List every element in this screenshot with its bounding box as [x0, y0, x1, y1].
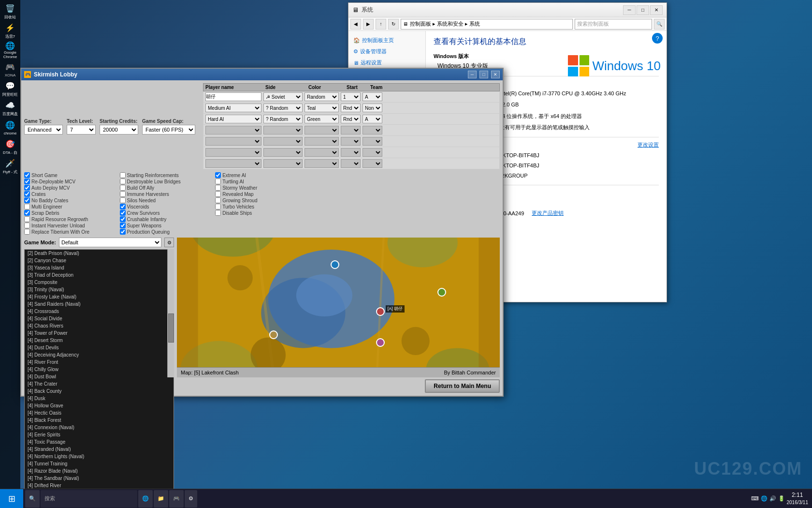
player3-side-select[interactable]: [263, 126, 303, 134]
device-manager-link[interactable]: ⚙ 设备管理器: [350, 46, 423, 57]
map-list-item-14[interactable]: [4] Deceiving Adjacency: [25, 351, 174, 359]
sidebar-item-thunder[interactable]: ⚡ 迅雷7: [1, 21, 19, 40]
taskbar-item-chrome[interactable]: 🌐: [138, 490, 153, 508]
player4-side-select[interactable]: [263, 137, 303, 146]
cp-home-link[interactable]: 🏠 控制面板主页: [350, 35, 423, 46]
player1-start-select[interactable]: Rndm: [341, 104, 361, 112]
return-to-menu-btn[interactable]: Return to Main Menu: [425, 379, 500, 393]
map-list-item-11[interactable]: [4] Tower of Power: [25, 329, 174, 337]
map-list-item-9[interactable]: [4] Social Divide: [25, 315, 174, 322]
player6-team-select[interactable]: [362, 159, 382, 168]
map-list-item-16[interactable]: [4] Chilly Glow: [25, 366, 174, 373]
map-list-item-29[interactable]: [4] Tunnel Training: [25, 460, 174, 467]
starting-credits-select[interactable]: 20000 10000 50000: [100, 125, 138, 134]
cb-redeployable-mcv-input[interactable]: [24, 179, 30, 184]
map-list[interactable]: [2] Death Prison (Naval)[2] Canyon Chase…: [24, 249, 174, 508]
map-list-scrollbar[interactable]: [167, 249, 174, 377]
cb-short-game-input[interactable]: [24, 172, 30, 178]
map-settings-btn[interactable]: ⚙: [164, 238, 174, 247]
skirmish-minimize-btn[interactable]: ─: [468, 71, 477, 78]
player1-name-select[interactable]: Medium AI: [205, 104, 261, 112]
sidebar-item-recycle[interactable]: 🗑️ 回收站: [1, 2, 19, 20]
change-key-link[interactable]: 更改产品密钥: [532, 209, 564, 217]
cb-disable-ships-input[interactable]: [215, 210, 221, 216]
cb-stormy-weather-input[interactable]: [215, 185, 221, 191]
scrollbar-thumb[interactable]: [168, 314, 174, 343]
cb-build-off-ally-input[interactable]: [120, 185, 126, 191]
skirmish-maximize-btn[interactable]: □: [479, 71, 488, 78]
remote-settings-link[interactable]: 🖥 远程设置: [350, 57, 423, 68]
map-list-item-24[interactable]: [4] Connexion (Naval): [25, 424, 174, 431]
cb-multi-engineer-input[interactable]: [24, 204, 30, 209]
start-button[interactable]: ⊞: [0, 489, 23, 508]
game-speed-select[interactable]: Faster (60 FPS) Fast Normal: [142, 125, 195, 134]
game-type-select[interactable]: Enhanced Standard: [24, 125, 63, 134]
map-list-item-8[interactable]: [4] Crossroads: [25, 308, 174, 315]
cb-super-weapons-input[interactable]: [120, 223, 126, 228]
player2-color-select[interactable]: Green: [304, 115, 339, 123]
map-list-item-13[interactable]: [4] Dust Devils: [25, 344, 174, 351]
player6-name-select[interactable]: [205, 159, 261, 168]
cb-visceroids-input[interactable]: [120, 204, 126, 209]
player3-start-select[interactable]: [341, 126, 361, 134]
player3-team-select[interactable]: [362, 126, 382, 134]
cb-production-queuing-input[interactable]: [120, 229, 126, 235]
sidebar-item-chrome2[interactable]: 🌐 chrome: [1, 118, 19, 136]
map-list-item-28[interactable]: [4] Northern Lights (Naval): [25, 453, 174, 460]
player2-name-select[interactable]: Hard AI: [205, 115, 261, 123]
player2-start-select[interactable]: Rndm: [341, 115, 361, 123]
player4-name-select[interactable]: [205, 137, 261, 146]
up-btn[interactable]: ↑: [376, 19, 386, 30]
player3-color-select[interactable]: [304, 126, 339, 134]
skirmish-close-btn[interactable]: ✕: [491, 71, 500, 78]
cb-turbo-vehicles-input[interactable]: [215, 204, 221, 209]
player4-start-select[interactable]: [341, 137, 361, 146]
cb-silos-needed-input[interactable]: [120, 197, 126, 203]
help-btn[interactable]: ?: [652, 33, 663, 44]
taskbar-item-search[interactable]: 搜索: [41, 490, 137, 508]
map-list-item-19[interactable]: [4] Back County: [25, 388, 174, 395]
map-list-item-1[interactable]: [2] Canyon Chase: [25, 257, 174, 264]
cb-instant-harvester-input[interactable]: [24, 223, 30, 228]
map-list-item-27[interactable]: [4] Stranded (Naval): [25, 446, 174, 453]
player0-color-select[interactable]: Random: [304, 92, 339, 101]
player1-color-select[interactable]: Teal: [304, 104, 339, 112]
player5-team-select[interactable]: [362, 148, 382, 157]
player6-start-select[interactable]: [341, 159, 361, 168]
cb-no-baddy-crates-input[interactable]: [24, 197, 30, 203]
map-list-item-20[interactable]: [4] Dusk: [25, 395, 174, 402]
sysinfo-minimize-btn[interactable]: ─: [623, 5, 636, 15]
cb-scrap-debris-input[interactable]: [24, 210, 30, 216]
sidebar-item-xona[interactable]: 🎮 XONA: [1, 60, 19, 78]
cb-replace-tiberium-input[interactable]: [24, 229, 30, 235]
map-list-item-15[interactable]: [4] River Front: [25, 359, 174, 366]
tech-level-select[interactable]: 7: [67, 125, 96, 134]
game-mode-select[interactable]: Default Capture the Flag: [59, 238, 161, 247]
map-list-item-26[interactable]: [4] Toxic Passage: [25, 438, 174, 446]
refresh-btn[interactable]: ↻: [388, 19, 399, 30]
map-list-item-30[interactable]: [4] Razor Blade (Naval): [25, 467, 174, 475]
player0-name-input[interactable]: [205, 92, 261, 101]
map-list-item-17[interactable]: [4] Dust Bowl: [25, 373, 174, 380]
player0-side-select[interactable]: ☭ Soviet: [263, 92, 303, 101]
player5-start-select[interactable]: [341, 148, 361, 157]
cb-crushable-infantry-input[interactable]: [120, 216, 126, 222]
cb-turtling-ai-input[interactable]: [215, 179, 221, 184]
search-btn[interactable]: 🔍: [654, 19, 665, 30]
player0-start-select[interactable]: 1: [341, 92, 361, 101]
player4-color-select[interactable]: [304, 137, 339, 146]
map-list-item-6[interactable]: [4] Frosty Lake (Naval): [25, 293, 174, 300]
map-list-item-5[interactable]: [3] Trinity (Naval): [25, 286, 174, 293]
cb-auto-deploy-mcv-input[interactable]: [24, 185, 30, 191]
player3-name-select[interactable]: [205, 126, 261, 134]
map-list-item-0[interactable]: [2] Death Prison (Naval): [25, 250, 174, 257]
cb-destroyable-bridges-input[interactable]: [120, 179, 126, 184]
player6-side-select[interactable]: [263, 159, 303, 168]
taskbar-item-explorer[interactable]: 📁: [154, 490, 168, 508]
sidebar-item-ali[interactable]: 💬 阿里旺旺: [1, 79, 19, 98]
cb-revealed-map-input[interactable]: [215, 191, 221, 197]
change-settings-link[interactable]: 更改设置: [638, 141, 659, 149]
player0-team-select[interactable]: A: [362, 92, 382, 101]
player5-side-select[interactable]: [263, 148, 303, 157]
taskbar-item-game[interactable]: 🎮: [169, 490, 184, 508]
